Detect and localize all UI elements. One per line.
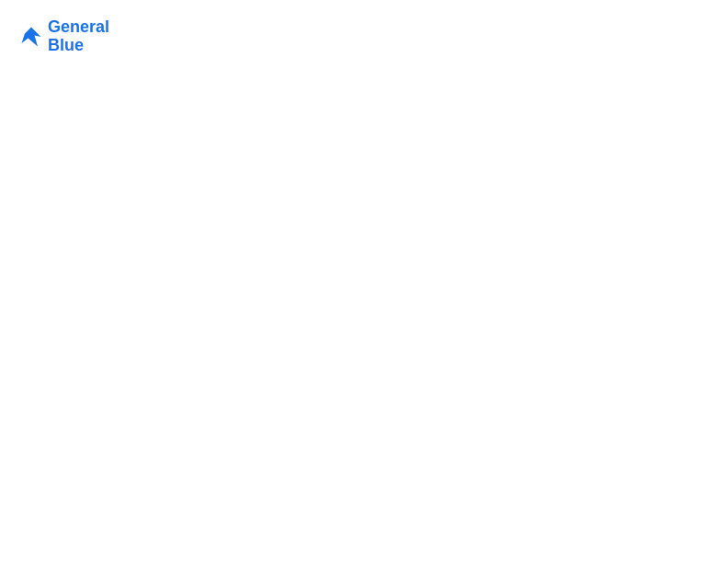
- logo-text: General Blue: [48, 18, 109, 55]
- logo: General Blue: [18, 18, 109, 55]
- svg-marker-0: [22, 27, 41, 46]
- page-header: General Blue: [18, 18, 710, 55]
- logo-icon: [18, 24, 44, 50]
